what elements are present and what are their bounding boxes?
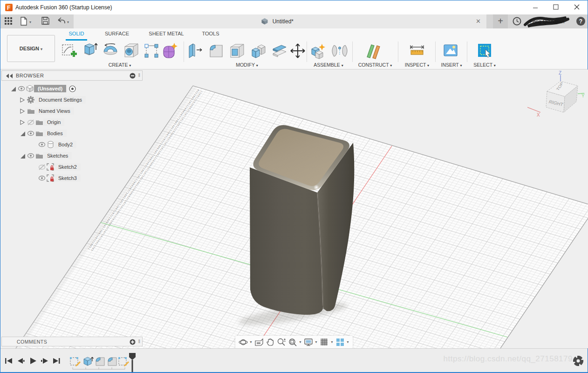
viewport-3d[interactable]: 0552005105220003057300540552005105220003… (0, 69, 588, 348)
tree-row-document-settings[interactable]: Document Settings (1, 94, 143, 105)
tab-tools[interactable]: TOOLS (202, 31, 219, 36)
tree-label[interactable]: (Unsaved) (34, 85, 66, 92)
tree-label[interactable]: Origin (43, 118, 64, 126)
visibility-off-icon[interactable] (38, 163, 46, 171)
tree-row-sketch3[interactable]: Sketch3 (1, 173, 143, 184)
tree-row-sketches[interactable]: Sketches (1, 150, 143, 161)
shell-icon[interactable] (228, 41, 246, 60)
timeline-feature-sketch[interactable] (69, 356, 81, 369)
tree-row-sketch2[interactable]: Sketch2 (1, 161, 143, 173)
visibility-eye-icon[interactable] (38, 141, 46, 148)
joint-icon[interactable] (330, 41, 349, 60)
skip-start-button[interactable] (5, 357, 13, 366)
select-icon[interactable] (476, 41, 494, 60)
press-pull-icon[interactable] (185, 41, 204, 60)
tree-row-body2[interactable]: Body2 (1, 139, 143, 150)
tree-row-origin[interactable]: Origin (1, 117, 143, 128)
group-label-select[interactable]: SELECT ▾ (473, 62, 496, 68)
display-settings-icon[interactable] (303, 337, 314, 347)
view-cube[interactable]: TOP RIGHT Z Y X (527, 70, 586, 122)
document-tab[interactable]: Untitled* ✕ (74, 14, 486, 28)
hole-icon[interactable] (122, 41, 141, 60)
app-grid-icon[interactable] (4, 17, 13, 27)
fit-icon[interactable] (287, 337, 298, 347)
undo-icon[interactable] (56, 17, 66, 27)
orbit-dropdown-caret[interactable]: ▼ (249, 340, 253, 344)
viewports-icon[interactable] (335, 337, 345, 347)
visibility-off-icon[interactable] (27, 118, 35, 126)
look-at-icon[interactable] (254, 337, 264, 347)
construction-plane-icon[interactable] (364, 41, 383, 60)
minimize-button[interactable] (528, 3, 542, 12)
group-label-inspect[interactable]: INSPECT ▾ (405, 62, 429, 68)
move-copy-icon[interactable] (288, 41, 307, 60)
tab-surface[interactable]: SURFACE (105, 31, 129, 36)
maximize-button[interactable] (549, 3, 563, 12)
timeline-feature-extrude[interactable] (82, 356, 94, 369)
extrude-icon[interactable] (80, 41, 98, 60)
remove-icon[interactable] (130, 73, 136, 79)
history-clock-icon[interactable] (512, 16, 522, 28)
zoom-icon[interactable] (276, 337, 287, 347)
expand-icon[interactable] (18, 118, 27, 126)
step-forward-button[interactable] (41, 357, 49, 366)
step-back-button[interactable] (17, 357, 25, 366)
skip-end-button[interactable] (52, 357, 61, 366)
tree-row-bodies[interactable]: Bodies (1, 128, 143, 139)
browser-header[interactable]: BROWSER ‖ (1, 70, 143, 81)
timeline-position-marker[interactable] (128, 352, 137, 373)
timeline-feature-fillet[interactable] (95, 356, 106, 369)
panel-grip[interactable]: ‖ (138, 338, 140, 344)
timeline-feature-fillet2[interactable] (107, 356, 118, 369)
new-component-icon[interactable] (309, 41, 328, 60)
create-sketch-icon[interactable] (60, 41, 79, 60)
tab-solid[interactable]: SOLID (68, 31, 84, 36)
create-form-icon[interactable] (161, 41, 179, 60)
play-button[interactable] (29, 357, 37, 366)
orbit-icon[interactable] (238, 337, 248, 347)
expand-icon[interactable] (18, 152, 27, 159)
undo-dropdown-caret[interactable]: ▾ (67, 20, 69, 24)
tree-row-unsaved[interactable]: (Unsaved) (1, 83, 143, 94)
offset-face-icon[interactable] (270, 41, 289, 60)
collapse-arrows-icon[interactable] (6, 74, 13, 78)
tree-label[interactable]: Bodies (43, 130, 67, 137)
revolve-icon[interactable] (101, 41, 120, 60)
add-comment-icon[interactable] (130, 339, 136, 345)
tree-label[interactable]: Body2 (55, 141, 76, 148)
tree-row-named-views[interactable]: Named Views (1, 105, 143, 117)
visibility-eye-icon[interactable] (17, 85, 26, 92)
fit-dropdown-caret[interactable]: ▼ (299, 340, 302, 344)
tab-close-icon[interactable]: ✕ (476, 18, 481, 25)
tree-label[interactable]: Sketch3 (55, 174, 81, 182)
new-tab-button[interactable]: + (493, 14, 508, 28)
expand-icon[interactable] (18, 96, 27, 104)
activate-radio-icon[interactable] (68, 85, 76, 92)
tree-label[interactable]: Named Views (35, 107, 74, 115)
visibility-eye-icon[interactable] (27, 152, 35, 159)
group-label-construct[interactable]: CONSTRUCT ▾ (358, 62, 392, 68)
expand-icon[interactable] (18, 130, 27, 137)
file-dropdown-caret[interactable]: ▾ (29, 20, 31, 24)
measure-icon[interactable] (408, 41, 426, 60)
group-label-create[interactable]: CREATE ▾ (109, 62, 131, 68)
viewports-dropdown-caret[interactable]: ▼ (346, 340, 350, 344)
close-button[interactable] (570, 3, 584, 12)
box-primitive-icon[interactable] (142, 41, 161, 60)
tab-sheet-metal[interactable]: SHEET METAL (149, 31, 184, 36)
expand-icon[interactable] (9, 85, 17, 92)
file-new-icon[interactable] (20, 17, 27, 28)
group-label-assemble[interactable]: ASSEMBLE ▾ (314, 62, 343, 68)
tree-label[interactable]: Document Settings (35, 96, 86, 104)
design-dropdown[interactable]: DESIGN ▾ (7, 35, 55, 62)
fillet-icon[interactable] (207, 41, 226, 60)
combine-icon[interactable] (249, 41, 268, 60)
save-icon[interactable] (41, 17, 49, 27)
expand-icon[interactable] (18, 107, 27, 115)
visibility-eye-icon[interactable] (38, 174, 46, 182)
pan-icon[interactable] (265, 337, 275, 347)
timeline-feature-sketch2[interactable] (118, 356, 129, 369)
display-dropdown-caret[interactable]: ▼ (315, 340, 318, 344)
tree-label[interactable]: Sketch2 (55, 163, 81, 171)
help-icon[interactable]: ? (576, 16, 586, 28)
